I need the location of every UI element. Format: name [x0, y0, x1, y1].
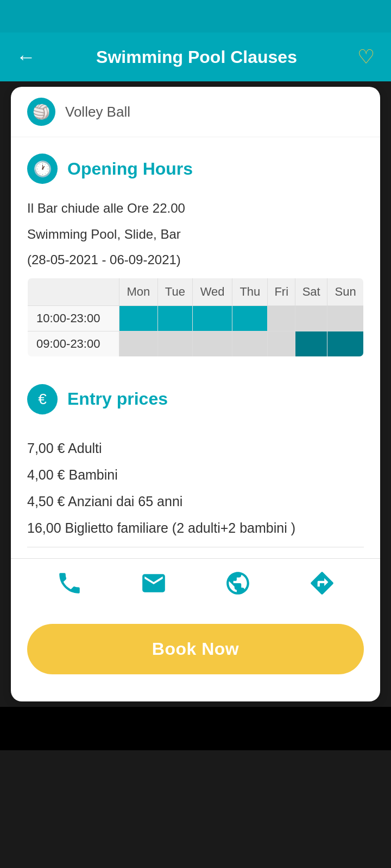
- price-adulti: 7,00 € Adulti: [11, 441, 380, 456]
- header: ← Swimming Pool Clauses ♡: [0, 33, 391, 81]
- bottom-bar: [0, 707, 391, 750]
- phone-button[interactable]: [56, 570, 83, 602]
- table-row: 10:00-23:00: [28, 305, 364, 331]
- tue-header: Tue: [157, 278, 192, 305]
- row1-sat: [295, 305, 327, 331]
- entry-prices-title: Entry prices: [67, 389, 168, 409]
- row2-fri: [268, 331, 295, 356]
- volleyball-icon: 🏐: [27, 98, 55, 126]
- row1-mon: [119, 305, 157, 331]
- back-button[interactable]: ←: [16, 47, 36, 67]
- row2-tue: [157, 331, 192, 356]
- row2-wed: [192, 331, 232, 356]
- clock-icon: 🕐: [27, 154, 58, 184]
- row1-fri: [268, 305, 295, 331]
- price-bambini: 4,00 € Bambini: [11, 467, 380, 483]
- sun-header: Sun: [327, 278, 364, 305]
- price-anziani: 4,50 € Anziani dai 65 anni: [11, 494, 380, 509]
- row1-sun: [327, 305, 364, 331]
- date-range-line2: (28-05-2021 - 06-09-2021): [27, 251, 364, 269]
- wed-header: Wed: [192, 278, 232, 305]
- time-header: [28, 278, 119, 305]
- row2-mon: [119, 331, 157, 356]
- main-card: 🏐 Volley Ball 🕐 Opening Hours Il Bar chi…: [11, 87, 380, 701]
- bar-close-text: Il Bar chiude alle Ore 22.00: [27, 199, 364, 218]
- euro-icon: €: [27, 384, 58, 414]
- row2-sat: [295, 331, 327, 356]
- page-title: Swimming Pool Clauses: [36, 47, 357, 67]
- mon-header: Mon: [119, 278, 157, 305]
- status-bar: [0, 0, 391, 33]
- opening-hours-header: 🕐 Opening Hours: [27, 154, 364, 184]
- row2-thu: [232, 331, 268, 356]
- date-range-line1: Swimming Pool, Slide, Bar: [27, 225, 364, 244]
- time-2: 09:00-23:00: [28, 331, 119, 356]
- book-now-wrap: Book Now: [11, 613, 380, 685]
- family-ticket: 16,00 Biglietto familiare (2 adulti+2 ba…: [27, 520, 364, 536]
- row1-thu: [232, 305, 268, 331]
- table-row: 09:00-23:00: [28, 331, 364, 356]
- globe-button[interactable]: [224, 570, 251, 602]
- schedule-table: Mon Tue Wed Thu Fri Sat Sun 10:00-23:00: [27, 278, 364, 357]
- row2-sun: [327, 331, 364, 356]
- directions-button[interactable]: [308, 570, 336, 602]
- entry-prices-section: € Entry prices: [11, 368, 380, 441]
- action-bar: [11, 558, 380, 613]
- opening-hours-section: 🕐 Opening Hours Il Bar chiude alle Ore 2…: [11, 137, 380, 368]
- email-button[interactable]: [140, 570, 167, 602]
- favorite-button[interactable]: ♡: [357, 47, 375, 67]
- row1-tue: [157, 305, 192, 331]
- thu-header: Thu: [232, 278, 268, 305]
- fri-header: Fri: [268, 278, 295, 305]
- volley-ball-item: 🏐 Volley Ball: [11, 87, 380, 137]
- book-now-button[interactable]: Book Now: [27, 624, 364, 674]
- volley-ball-label: Volley Ball: [65, 104, 130, 120]
- row1-wed: [192, 305, 232, 331]
- time-1: 10:00-23:00: [28, 305, 119, 331]
- sat-header: Sat: [295, 278, 327, 305]
- divider: [27, 547, 364, 547]
- opening-hours-title: Opening Hours: [67, 159, 193, 179]
- entry-prices-header: € Entry prices: [27, 384, 364, 414]
